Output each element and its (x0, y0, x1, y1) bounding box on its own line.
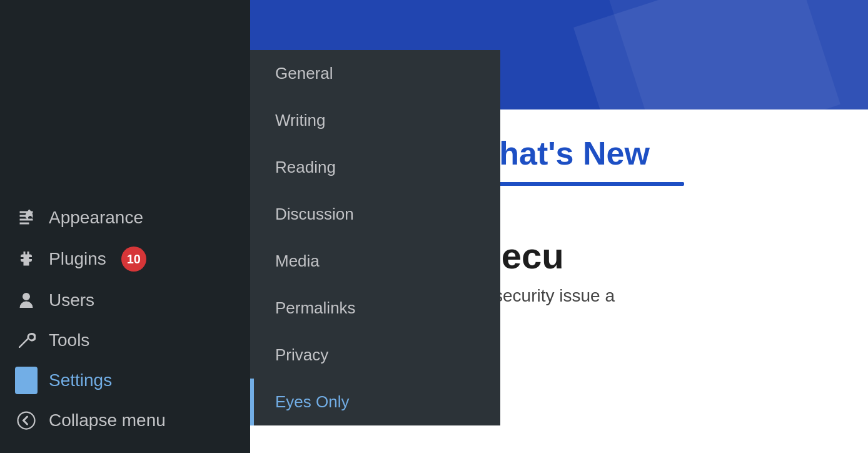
sidebar: Appearance Plugins 10 Users Tools (0, 0, 250, 453)
plugins-badge: 10 (121, 247, 146, 272)
submenu-item-media[interactable]: Media (250, 238, 500, 285)
submenu-item-reading[interactable]: Reading (250, 144, 500, 191)
settings-label: Settings (49, 370, 112, 390)
collapse-icon (15, 409, 38, 432)
appearance-label: Appearance (49, 208, 143, 228)
settings-icon (15, 369, 38, 392)
sidebar-item-collapse[interactable]: Collapse menu (0, 400, 250, 440)
sidebar-item-settings[interactable]: Settings (0, 360, 250, 400)
submenu-item-permalinks[interactable]: Permalinks (250, 285, 500, 332)
appearance-icon (15, 206, 38, 229)
tools-icon (15, 329, 38, 352)
sidebar-item-users[interactable]: Users (0, 280, 250, 320)
submenu-item-discussion[interactable]: Discussion (250, 191, 500, 238)
sidebar-item-plugins[interactable]: Plugins 10 (0, 238, 250, 280)
submenu-item-general[interactable]: General (250, 50, 500, 97)
plugins-icon (15, 248, 38, 270)
svg-point-0 (18, 412, 35, 429)
settings-submenu: General Writing Reading Discussion Media… (250, 50, 500, 425)
users-label: Users (49, 290, 94, 310)
blue-stripe-2 (608, 0, 840, 109)
submenu-item-privacy[interactable]: Privacy (250, 332, 500, 379)
submenu-item-writing[interactable]: Writing (250, 97, 500, 144)
plugins-label: Plugins (49, 249, 106, 269)
sidebar-item-tools[interactable]: Tools (0, 320, 250, 360)
collapse-label: Collapse menu (49, 410, 166, 430)
sidebar-item-appearance[interactable]: Appearance (0, 198, 250, 238)
submenu-item-eyes-only[interactable]: Eyes Only (250, 379, 500, 425)
tools-label: Tools (49, 330, 89, 350)
users-icon (15, 289, 38, 312)
